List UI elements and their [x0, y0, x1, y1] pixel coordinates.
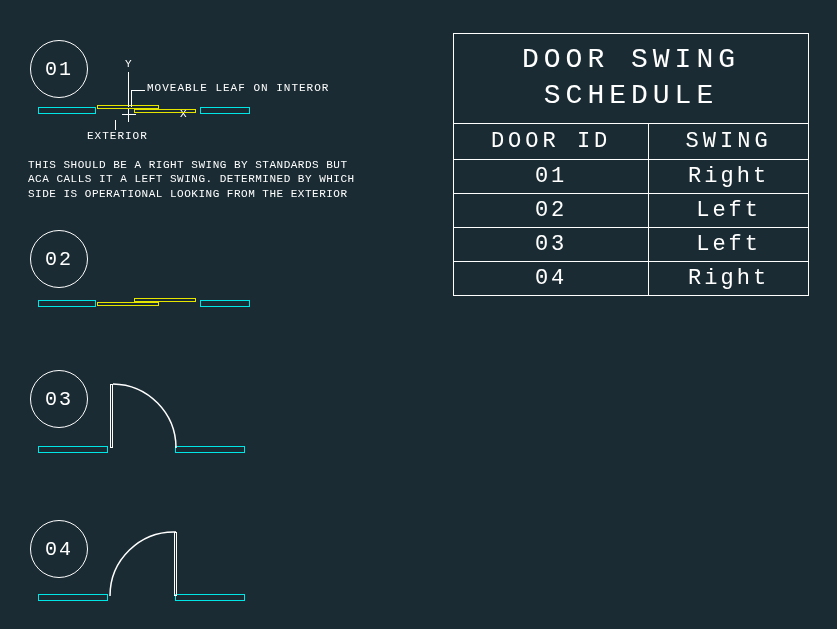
cell-door-id: 02 [454, 193, 649, 227]
door-01-diagram: 01 Y X MOVEABLE LEAF ON INTEROR EXTERIOR [30, 40, 88, 98]
door-id-02: 02 [45, 248, 73, 271]
schedule-title: DOOR SWING SCHEDULE [454, 34, 809, 124]
door-tag-02: 02 [30, 230, 88, 288]
header-swing: SWING [649, 123, 809, 159]
cell-door-id: 01 [454, 159, 649, 193]
leader-line [131, 90, 145, 91]
swing-arc-icon [108, 530, 180, 600]
table-row: 02 Left [454, 193, 809, 227]
slide-panel [134, 298, 196, 302]
door-01-note: THIS SHOULD BE A RIGHT SWING BY STANDARD… [28, 158, 368, 201]
door-tag-04: 04 [30, 520, 88, 578]
wall-segment [175, 594, 245, 601]
cell-door-id: 03 [454, 227, 649, 261]
header-door-id: DOOR ID [454, 123, 649, 159]
wall-segment [200, 107, 250, 114]
exterior-label: EXTERIOR [87, 130, 148, 142]
y-axis-label: Y [125, 58, 132, 70]
wall-segment [38, 594, 108, 601]
door-id-03: 03 [45, 388, 73, 411]
swing-arc-icon [110, 382, 180, 452]
cell-door-id: 04 [454, 261, 649, 295]
wall-segment [38, 300, 96, 307]
door-04-diagram: 04 [30, 520, 88, 578]
moveable-leaf-label: MOVEABLE LEAF ON INTEROR [147, 82, 329, 94]
wall-segment [175, 446, 245, 453]
door-tag-03: 03 [30, 370, 88, 428]
table-row: 04 Right [454, 261, 809, 295]
wall-segment [200, 300, 250, 307]
wall-segment [38, 107, 96, 114]
cell-swing: Right [649, 159, 809, 193]
door-tag-01: 01 [30, 40, 88, 98]
leader-line [131, 90, 132, 107]
cell-swing: Right [649, 261, 809, 295]
leader-line [128, 72, 129, 107]
table-row: 01 Right [454, 159, 809, 193]
cell-swing: Left [649, 193, 809, 227]
door-02-diagram: 02 [30, 230, 88, 288]
leader-line [115, 120, 116, 130]
wall-segment [38, 446, 108, 453]
door-swing-schedule-table: DOOR SWING SCHEDULE DOOR ID SWING 01 Rig… [453, 33, 809, 296]
door-03-diagram: 03 [30, 370, 88, 428]
slide-panel [97, 302, 159, 306]
cell-swing: Left [649, 227, 809, 261]
table-row: 03 Left [454, 227, 809, 261]
door-id-04: 04 [45, 538, 73, 561]
door-id-01: 01 [45, 58, 73, 81]
slide-panel [134, 109, 196, 113]
